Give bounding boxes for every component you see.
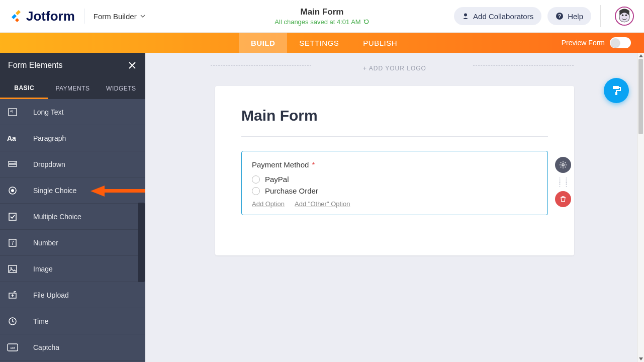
element-captcha[interactable]: 1c8Captcha [0,334,145,360]
field-controls: ⋮⋮⋮⋮⋮⋮ [555,157,571,207]
scrollbar-thumb[interactable] [138,203,145,282]
sidebar-header: Form Elements [0,53,145,78]
element-label: Single Choice [25,187,145,195]
gear-icon [559,161,567,169]
close-icon[interactable] [127,60,137,70]
svg-text:1c8: 1c8 [10,346,15,349]
add-logo-button[interactable]: + ADD YOUR LOGO [145,53,644,78]
element-label: Image [25,265,145,273]
preview-form-toggle[interactable]: Preview Form [562,33,644,53]
svg-point-5 [625,15,627,16]
svg-point-0 [464,14,467,17]
form-canvas[interactable]: + ADD YOUR LOGO Main Form Payment Method… [145,53,644,362]
toggle[interactable] [610,37,631,48]
element-dropdown[interactable]: Dropdown [0,151,145,177]
required-star: * [312,160,315,169]
element-paragraph[interactable]: AaParagraph [0,125,145,151]
header-right: Add Collaborators ? Help [454,5,634,27]
field-delete-button[interactable] [555,191,571,207]
element-single-choice[interactable]: Single Choice [0,177,145,204]
preview-label: Preview Form [562,39,605,47]
file-upload-icon [0,290,25,300]
single-choice-icon [0,186,25,196]
add-collaborators-button[interactable]: Add Collaborators [454,7,541,25]
breadcrumb-label: Form Builder [94,12,137,21]
tab-settings[interactable]: SETTINGS [287,33,351,53]
radio-icon [252,175,260,184]
radio-label: Purchase Order [265,187,318,195]
paragraph-icon: Aa [0,134,25,142]
long-text-icon: A| [0,107,25,117]
sidebar-tab-basic[interactable]: BASIC [0,78,48,99]
form-card: Main Form Payment Method * PayPalPurchas… [215,86,574,255]
divider [600,5,601,27]
sidebar-tab-widgets[interactable]: WIDGETS [97,78,145,99]
revert-icon[interactable] [363,19,370,25]
time-icon [0,316,25,326]
element-file-upload[interactable]: File Upload [0,282,145,308]
svg-text:A|: A| [10,110,13,113]
tab-publish[interactable]: PUBLISH [351,33,409,53]
svg-point-22 [562,164,564,166]
form-title[interactable]: Main Form [241,107,548,124]
svg-rect-23 [613,86,619,89]
sidebar-title: Form Elements [8,61,62,70]
page-title[interactable]: Main Form [274,7,369,17]
app-header: Jotform Form Builder Main Form All chang… [0,0,644,33]
tab-build[interactable]: BUILD [239,33,287,53]
element-label: Time [25,317,145,325]
element-image[interactable]: Image [0,256,145,282]
breadcrumb[interactable]: Form Builder [94,12,146,21]
elements-list[interactable]: A|Long TextAaParagraphDropdownSingle Cho… [0,99,145,362]
element-multiple-choice[interactable]: Multiple Choice [0,204,145,230]
svg-text:?: ? [558,13,562,19]
avatar[interactable] [615,7,634,26]
help-icon: ? [556,12,564,20]
add-option-link[interactable]: Add Option [252,200,285,208]
element-number[interactable]: 7Number [0,230,145,256]
chevron-down-icon [140,13,146,19]
radio-option[interactable]: Purchase Order [252,187,537,195]
svg-point-12 [11,189,14,192]
svg-rect-24 [615,92,617,95]
help-button[interactable]: ? Help [547,7,591,25]
field-settings-button[interactable] [555,157,571,173]
image-icon [0,264,25,274]
element-long-text[interactable]: A|Long Text [0,99,145,125]
trash-icon [560,196,567,203]
radio-icon [252,187,260,195]
radio-option[interactable]: PayPal [252,175,537,184]
element-label: File Upload [25,291,145,299]
captcha-icon: 1c8 [0,343,25,351]
logo[interactable]: Jotform [10,9,75,24]
header-center: Main Form All changes saved at 4:01 AM [274,7,369,26]
svg-rect-10 [9,164,17,166]
element-label: Paragraph [25,134,145,142]
scrollbar[interactable] [637,53,644,362]
add-other-option-link[interactable]: Add "Other" Option [295,200,350,208]
element-label: Dropdown [25,160,145,168]
element-time[interactable]: Time [0,308,145,334]
paint-roller-icon [610,84,622,97]
element-label: Long Text [25,108,145,116]
save-status: All changes saved at 4:01 AM [274,18,369,26]
dropdown-icon [0,159,25,169]
drag-handle-icon[interactable]: ⋮⋮⋮⋮⋮⋮ [557,176,570,188]
mode-tabs: BUILD SETTINGS PUBLISH Preview Form [0,33,644,53]
elements-sidebar: Form Elements BASIC PAYMENTS WIDGETS A|L… [0,53,145,362]
logo-icon [10,10,22,22]
divider [241,136,548,137]
logo-text: Jotform [26,9,75,24]
svg-rect-16 [9,265,17,273]
field-payment-method[interactable]: Payment Method * PayPalPurchase Order Ad… [241,151,548,215]
element-label: Captcha [25,343,145,351]
design-fab[interactable] [604,78,629,103]
radio-label: PayPal [265,175,289,184]
svg-text:Aa: Aa [7,134,16,142]
field-label[interactable]: Payment Method * [252,160,537,169]
multiple-choice-icon [0,212,25,222]
svg-point-17 [11,267,12,268]
svg-rect-13 [9,213,16,220]
sidebar-tabs: BASIC PAYMENTS WIDGETS [0,78,145,99]
sidebar-tab-payments[interactable]: PAYMENTS [48,78,97,99]
